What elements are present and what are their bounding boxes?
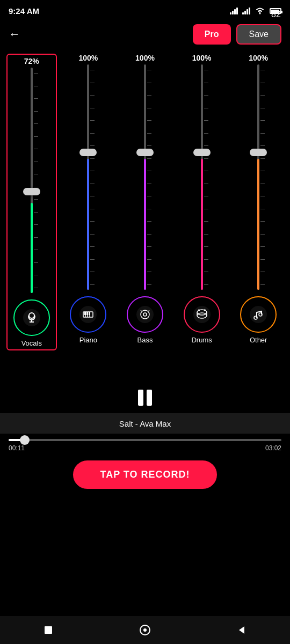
slider-thumb-piano[interactable] xyxy=(79,149,97,156)
channel-piano: 100%Piano xyxy=(63,54,113,344)
tick-mark xyxy=(90,95,95,96)
nav-back-button[interactable] xyxy=(236,624,248,636)
tick-mark xyxy=(147,234,151,235)
tick-mark xyxy=(90,133,95,134)
tick-mark xyxy=(147,246,151,247)
tick-mark xyxy=(147,272,151,272)
battery-icon: 82 xyxy=(270,8,281,14)
tick-mark xyxy=(34,136,38,137)
signal-icon-2 xyxy=(242,8,250,14)
slider-thumb-bass[interactable] xyxy=(136,149,154,156)
tick-mark xyxy=(34,224,38,225)
tick-mark xyxy=(90,184,95,184)
channel-percent-bass: 100% xyxy=(135,54,155,62)
progress-area: 00:11 03:02 xyxy=(0,434,290,453)
svg-point-13 xyxy=(136,306,154,323)
tick-mark xyxy=(34,187,38,187)
record-button[interactable]: TAP TO RECORD! xyxy=(73,460,216,489)
slider-bass[interactable] xyxy=(135,64,155,290)
slider-other[interactable] xyxy=(249,64,268,290)
tick-mark xyxy=(90,209,95,209)
slider-thumb-vocals[interactable] xyxy=(23,188,40,195)
controls-bar xyxy=(0,382,290,413)
pause-bar-left xyxy=(138,390,143,406)
channel-icon-piano[interactable] xyxy=(70,296,106,333)
tick-mark xyxy=(260,158,265,159)
tick-mark xyxy=(34,237,38,238)
tick-mark xyxy=(260,272,265,272)
song-title: Salt - Ava Max xyxy=(119,419,171,428)
svg-marker-32 xyxy=(239,626,244,634)
svg-rect-10 xyxy=(84,312,86,315)
channel-other: 100%Other xyxy=(233,54,284,344)
tick-mark xyxy=(204,234,208,235)
channel-icon-drums[interactable] xyxy=(184,296,220,333)
channel-icon-vocals[interactable] xyxy=(13,299,50,336)
slider-vocals[interactable] xyxy=(22,68,41,293)
tick-mark xyxy=(260,133,265,134)
tick-mark xyxy=(204,209,208,209)
tick-mark xyxy=(260,259,265,260)
tick-mark xyxy=(204,145,208,146)
slider-fill-vocals xyxy=(31,203,33,293)
slider-thumb-other[interactable] xyxy=(250,149,267,156)
tick-mark xyxy=(90,284,95,285)
tick-mark xyxy=(147,221,151,222)
tick-mark xyxy=(260,184,265,184)
pause-button[interactable] xyxy=(138,390,152,406)
nav-home-button[interactable] xyxy=(139,624,151,636)
svg-point-26 xyxy=(250,306,267,323)
total-time: 03:02 xyxy=(265,444,281,452)
tick-mark xyxy=(90,196,95,196)
top-bar: ← Pro Save xyxy=(0,19,290,49)
slider-fill-piano xyxy=(87,159,89,290)
tick-mark xyxy=(204,158,208,159)
signal-icon-1 xyxy=(230,8,238,14)
mixer-area: 72%Vocals100%Piano100%Bass100%Drums100%O… xyxy=(0,49,290,382)
tick-mark xyxy=(147,209,151,209)
progress-track[interactable] xyxy=(9,439,281,441)
tick-mark xyxy=(204,272,208,272)
svg-line-16 xyxy=(141,310,141,311)
tick-mark xyxy=(147,133,151,134)
channel-bass: 100%Bass xyxy=(120,54,170,344)
tick-mark xyxy=(34,288,38,288)
time-labels: 00:11 03:02 xyxy=(9,444,281,452)
tick-mark xyxy=(204,83,208,83)
channel-icon-other[interactable] xyxy=(240,296,277,333)
slider-thumb-drums[interactable] xyxy=(193,149,211,156)
save-button[interactable]: Save xyxy=(236,24,281,45)
tick-mark xyxy=(260,70,265,70)
tick-mark xyxy=(260,209,265,209)
progress-thumb[interactable] xyxy=(20,435,30,445)
tick-mark xyxy=(260,196,265,196)
bottom-nav xyxy=(0,616,290,644)
record-btn-wrap: TAP TO RECORD! xyxy=(0,460,290,489)
tick-mark xyxy=(260,83,265,83)
tick-mark xyxy=(34,73,38,74)
tick-mark xyxy=(204,284,208,285)
back-button[interactable]: ← xyxy=(9,27,20,41)
pause-bar-right xyxy=(147,390,152,406)
channel-label-bass: Bass xyxy=(137,336,153,344)
tick-mark xyxy=(90,259,95,260)
top-actions: Pro Save xyxy=(193,24,281,45)
tick-mark xyxy=(147,184,151,184)
slider-drums[interactable] xyxy=(192,64,212,290)
tick-mark xyxy=(147,83,151,83)
tick-mark xyxy=(204,108,208,108)
svg-line-17 xyxy=(149,310,149,311)
slider-piano[interactable] xyxy=(78,64,98,290)
stop-icon xyxy=(42,624,54,636)
home-icon xyxy=(139,624,151,636)
pro-button[interactable]: Pro xyxy=(193,24,231,45)
tick-mark xyxy=(34,98,38,99)
nav-stop-button[interactable] xyxy=(42,624,54,636)
status-time: 9:24 AM xyxy=(9,6,39,16)
slider-fill-drums xyxy=(201,159,203,290)
tick-mark xyxy=(34,199,38,200)
svg-point-31 xyxy=(143,628,147,632)
tick-mark xyxy=(260,145,265,146)
channel-icon-bass[interactable] xyxy=(127,296,163,333)
tick-mark xyxy=(90,70,95,70)
